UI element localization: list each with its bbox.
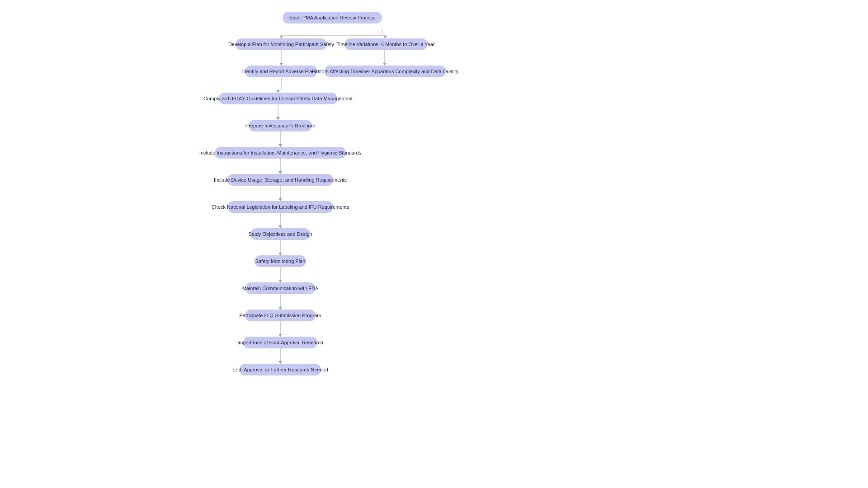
- svg-marker-27: [278, 225, 282, 228]
- node-n5-label: Comply with FDA's Guidelines for Clinica…: [203, 96, 353, 101]
- svg-marker-18: [279, 36, 283, 38]
- svg-marker-28: [278, 253, 282, 255]
- node-n4-label: Factors Affecting Timeline: Apparatus Co…: [312, 69, 458, 74]
- svg-marker-25: [278, 171, 282, 174]
- svg-marker-26: [278, 198, 282, 201]
- flowchart-svg: Start: PMA Application Review Process De…: [0, 9, 868, 488]
- svg-marker-32: [278, 361, 282, 364]
- svg-marker-20: [279, 63, 283, 66]
- node-n12-label: Maintain Communication with FDA: [242, 286, 319, 291]
- node-n9-label: Check National Legislation for Labeling …: [212, 204, 349, 210]
- svg-marker-22: [276, 90, 280, 93]
- node-n13-label: Participate in Q-Submission Program: [240, 313, 321, 318]
- node-n1-label: Develop a Plan for Monitoring Participan…: [228, 42, 335, 47]
- svg-marker-31: [278, 334, 282, 337]
- svg-marker-30: [278, 307, 282, 310]
- node-n2-label: Timeline Variations: 6 Months to Over a …: [336, 42, 434, 47]
- node-n8-label: Include Device Usage, Storage, and Handl…: [214, 177, 347, 183]
- svg-marker-21: [383, 63, 387, 66]
- node-n7-label: Include Instructions for Installation, M…: [199, 150, 362, 155]
- flowchart-container: Start: PMA Application Review Process De…: [0, 0, 868, 488]
- node-n3-label: Identify and Report Adverse Events: [242, 69, 321, 74]
- svg-marker-23: [276, 117, 280, 120]
- svg-marker-24: [278, 144, 282, 147]
- svg-marker-29: [278, 280, 282, 282]
- node-n6-label: Prepare Investigator's Brochure: [245, 123, 315, 128]
- node-n11-label: Safety Monitoring Plan: [255, 258, 306, 264]
- node-end-label: End: Approval or Further Research Needed: [232, 367, 328, 372]
- node-n14-label: Importance of Post-Approval Research: [237, 340, 323, 345]
- node-start-label: Start: PMA Application Review Process: [289, 15, 376, 20]
- svg-marker-19: [383, 36, 387, 38]
- node-n10-label: Study Objectives and Design: [248, 231, 312, 237]
